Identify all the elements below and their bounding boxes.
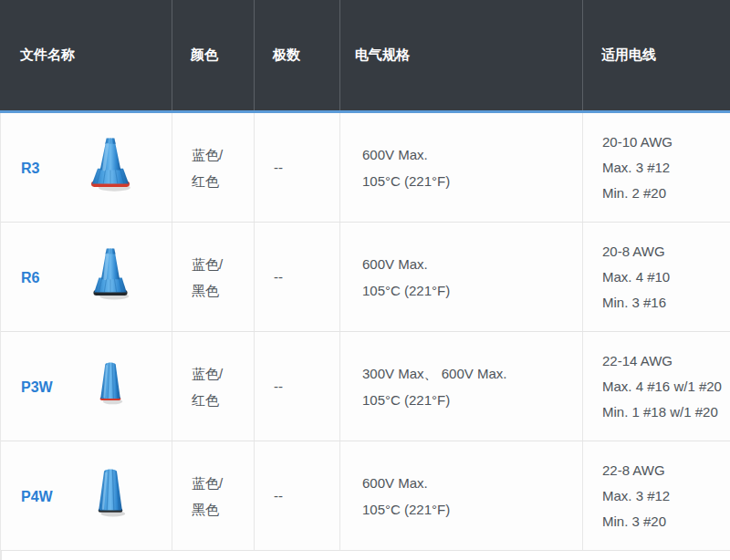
table-body: R3 蓝色/ 红色 [0, 113, 730, 560]
table-row: R6 蓝色/ 黑色 [1, 223, 730, 332]
color-cell: 蓝色/ 红色 [172, 113, 255, 222]
column-header-color: 颜色 [172, 0, 255, 110]
product-link-p3w[interactable]: P3W [21, 373, 53, 399]
applicable-wire-cell: 20-8 AWG Max. 4 #10 Min. 3 #16 [583, 223, 730, 331]
product-spec-table: 文件名称 颜色 极数 电气规格 适用电线 R3 [0, 0, 730, 560]
wire-nut-image[interactable] [86, 243, 135, 311]
wire-nut-image[interactable] [95, 359, 126, 413]
table-row: P4W 蓝色/ 黑色 -- 600V Ma [1, 441, 730, 551]
column-header-applicable-wire: 适用电线 [583, 0, 730, 110]
color-cell: 蓝色/ 黑色 [172, 223, 255, 331]
product-link-p4w[interactable]: P4W [21, 482, 53, 509]
electrical-spec-cell: 600V Max. 105°C (221°F) [340, 113, 583, 222]
applicable-wire-cell: 22-14 AWG Max. 4 #16 w/1 #20 Min. 1 #18 … [583, 332, 730, 441]
file-name-cell: P4W [1, 441, 172, 550]
poles-cell: -- [255, 223, 340, 331]
column-header-poles: 极数 [255, 0, 340, 110]
file-name-cell: R3 [1, 113, 172, 222]
table-row: P3W 蓝色/ 红色 -- 300V Ma [1, 332, 730, 441]
product-link-r6[interactable]: R6 [21, 264, 39, 290]
color-cell: 蓝色/ 红色 [172, 332, 255, 441]
poles-cell: -- [255, 441, 340, 550]
electrical-spec-cell: 600V Max. 105°C (221°F) [340, 441, 583, 550]
poles-cell: -- [255, 113, 340, 222]
file-name-cell: R6 [1, 223, 172, 331]
table-row: R3 蓝色/ 红色 [1, 113, 730, 223]
product-link-r3[interactable]: R3 [21, 154, 39, 181]
wire-nut-image[interactable] [92, 466, 129, 526]
wire-nut-image[interactable] [85, 134, 136, 201]
applicable-wire-cell: 22-8 AWG Max. 3 #12 Min. 3 #20 [583, 441, 730, 550]
applicable-wire-cell: 20-10 AWG Max. 3 #12 Min. 2 #20 [583, 113, 730, 222]
column-header-file-name: 文件名称 [0, 0, 172, 110]
table-header-row: 文件名称 颜色 极数 电气规格 适用电线 [0, 0, 730, 110]
partial-next-row [1, 551, 730, 560]
poles-cell: -- [255, 332, 340, 441]
electrical-spec-cell: 600V Max. 105°C (221°F) [340, 223, 583, 331]
column-header-electrical-spec: 电气规格 [340, 0, 583, 110]
file-name-cell: P3W [1, 332, 172, 441]
electrical-spec-cell: 300V Max、 600V Max. 105°C (221°F) [340, 332, 583, 441]
color-cell: 蓝色/ 黑色 [172, 441, 255, 550]
